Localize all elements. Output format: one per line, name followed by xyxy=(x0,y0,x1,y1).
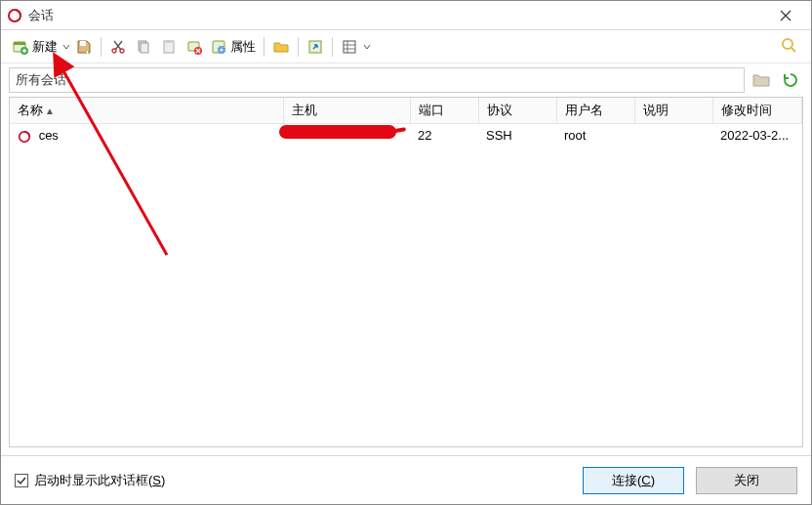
scissors-icon xyxy=(110,39,126,55)
col-modified[interactable]: 修改时间 xyxy=(712,98,802,124)
view-dropdown-caret[interactable] xyxy=(362,43,372,51)
cell-port: 22 xyxy=(410,124,478,147)
cell-name: ces xyxy=(39,128,59,143)
cell-desc xyxy=(634,124,712,147)
save-button[interactable] xyxy=(71,33,97,61)
new-folder-button[interactable] xyxy=(268,33,294,61)
session-icon xyxy=(18,130,31,144)
refresh-icon xyxy=(782,71,799,89)
shortcut-icon xyxy=(307,39,323,55)
shortcut-button[interactable] xyxy=(303,33,328,61)
sort-asc-icon: ▲ xyxy=(45,105,55,116)
new-button-label: 新建 xyxy=(32,38,58,56)
col-host[interactable]: 主机 xyxy=(283,98,410,124)
session-table-wrap: 名称▲ 主机 端口 协议 用户名 说明 修改时间 ces xyxy=(9,97,803,447)
separator xyxy=(101,37,102,57)
path-text: 所有会话 xyxy=(16,71,66,89)
view-button[interactable] xyxy=(337,33,362,61)
titlebar: 会话 xyxy=(1,1,811,30)
col-name[interactable]: 名称▲ xyxy=(10,98,283,124)
paste-icon xyxy=(161,39,177,55)
session-dialog: 会话 新建 属性 xyxy=(0,0,812,505)
separator xyxy=(264,37,264,57)
svg-point-18 xyxy=(783,39,792,49)
refresh-button[interactable] xyxy=(778,67,803,93)
session-table: 名称▲ 主机 端口 协议 用户名 说明 修改时间 ces xyxy=(10,98,802,147)
new-dropdown-caret[interactable] xyxy=(61,43,71,51)
separator xyxy=(332,37,333,57)
window-title: 会话 xyxy=(28,7,766,24)
connect-button[interactable]: 连接(C) xyxy=(583,467,684,494)
list-view-icon xyxy=(342,39,357,55)
col-port[interactable]: 端口 xyxy=(410,98,478,124)
folder-icon xyxy=(273,39,289,55)
svg-rect-9 xyxy=(141,43,148,53)
svg-rect-17 xyxy=(344,41,355,53)
cell-modified: 2022-03-2... xyxy=(712,124,802,147)
checkbox-box xyxy=(15,474,28,487)
new-button[interactable]: 新建 xyxy=(9,33,61,61)
checkbox-label: 启动时显示此对话框(S) xyxy=(34,472,165,489)
col-protocol[interactable]: 协议 xyxy=(478,98,556,124)
browse-folder-button[interactable] xyxy=(749,67,774,93)
bottom-bar: 启动时显示此对话框(S) 连接(C) 关闭 xyxy=(1,455,811,504)
delete-icon xyxy=(186,39,202,55)
search-icon xyxy=(781,37,798,55)
copy-icon xyxy=(136,39,151,55)
paste-button[interactable] xyxy=(156,33,182,61)
save-icon xyxy=(76,39,92,55)
cell-protocol: SSH xyxy=(478,124,556,147)
app-icon xyxy=(7,8,22,23)
table-header-row: 名称▲ 主机 端口 协议 用户名 说明 修改时间 xyxy=(10,98,802,124)
svg-rect-4 xyxy=(80,41,86,46)
col-desc[interactable]: 说明 xyxy=(634,98,712,124)
properties-button-label: 属性 xyxy=(230,38,256,56)
separator xyxy=(298,37,299,57)
pathbar: 所有会话 xyxy=(1,63,811,97)
properties-button[interactable]: 属性 xyxy=(207,33,260,61)
col-user[interactable]: 用户名 xyxy=(556,98,634,124)
folder-grey-icon xyxy=(752,72,770,88)
svg-rect-11 xyxy=(166,40,172,43)
close-window-button[interactable] xyxy=(766,1,805,30)
new-session-icon xyxy=(13,39,28,55)
path-input[interactable]: 所有会话 xyxy=(9,67,745,93)
cell-user: root xyxy=(556,124,634,147)
table-row[interactable]: ces 22 SSH root 2022-03-2... xyxy=(10,124,802,147)
check-icon xyxy=(17,476,26,485)
search-button[interactable] xyxy=(778,34,801,58)
copy-button[interactable] xyxy=(131,33,156,61)
cut-button[interactable] xyxy=(105,33,131,61)
redaction-scribble xyxy=(279,125,396,139)
properties-icon xyxy=(211,39,226,55)
toolbar: 新建 属性 xyxy=(1,30,811,63)
delete-button[interactable] xyxy=(182,33,207,61)
close-button[interactable]: 关闭 xyxy=(696,467,797,494)
show-on-startup-checkbox[interactable]: 启动时显示此对话框(S) xyxy=(15,472,165,489)
svg-rect-2 xyxy=(14,42,25,45)
